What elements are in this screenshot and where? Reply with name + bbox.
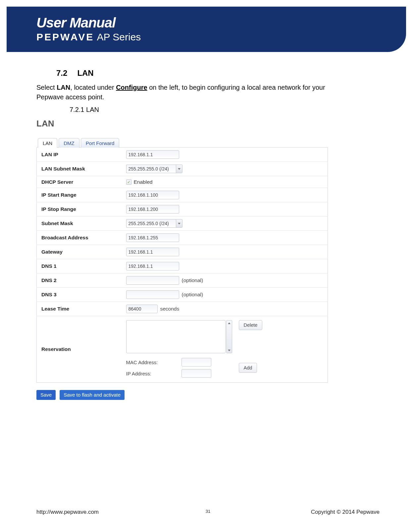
- brand-name: PEPWAVE: [36, 31, 94, 42]
- suffix-optional: (optional): [182, 292, 203, 297]
- section-heading: 7.2LAN: [56, 69, 328, 78]
- input-gateway[interactable]: [126, 248, 179, 256]
- label-dhcp-server: DHCP Server: [37, 176, 123, 188]
- reservation-listbox[interactable]: [126, 320, 226, 353]
- scrollbar[interactable]: [226, 320, 232, 353]
- label-ip-stop-range: IP Stop Range: [37, 202, 123, 217]
- label-ip-start-range: IP Start Range: [37, 188, 123, 202]
- footer-url: http://www.pepwave.com: [36, 509, 99, 515]
- label-lan-ip: LAN IP: [37, 148, 123, 162]
- intro-bold-configure: Configure: [116, 84, 147, 91]
- doc-subtitle: PEPWAVE AP Series: [36, 31, 393, 43]
- reservation-list: [126, 320, 232, 353]
- row-lease-time: Lease Time seconds: [37, 302, 328, 316]
- label-mac-address: MAC Address:: [126, 360, 179, 365]
- label-dns3: DNS 3: [37, 288, 123, 302]
- intro-text: , located under: [70, 84, 116, 91]
- chevron-down-icon[interactable]: [176, 165, 182, 173]
- input-dns2[interactable]: [126, 276, 179, 285]
- row-subnet-mask: Subnet Mask: [37, 217, 328, 231]
- section-number: 7.2: [56, 69, 67, 77]
- input-broadcast[interactable]: [126, 233, 179, 242]
- scroll-up-icon[interactable]: [227, 320, 232, 326]
- footer-copyright: Copyright © 2014 Pepwave: [311, 509, 380, 515]
- row-lan-subnet-mask: LAN Subnet Mask: [37, 162, 328, 176]
- page-number: 31: [206, 509, 210, 514]
- lan-settings-table: LAN IP LAN Subnet Mask DHCP Server ✓ Ena…: [36, 147, 328, 383]
- tab-port-forward[interactable]: Port Forward: [81, 138, 120, 148]
- select-subnet-mask[interactable]: [126, 219, 182, 228]
- row-gateway: Gateway: [37, 245, 328, 259]
- row-dns3: DNS 3 (optional): [37, 288, 328, 302]
- intro-text: Select: [36, 84, 57, 91]
- suffix-seconds: seconds: [160, 306, 180, 312]
- input-ip-address[interactable]: [182, 369, 211, 378]
- input-ip-start-range[interactable]: [126, 191, 179, 199]
- label-reservation: Reservation: [37, 316, 123, 383]
- label-dns2: DNS 2: [37, 273, 123, 288]
- input-lan-ip[interactable]: [126, 150, 179, 159]
- checkbox-dhcp-enabled[interactable]: ✓: [126, 179, 131, 185]
- panel-title: LAN: [36, 119, 328, 129]
- input-dns1[interactable]: [126, 262, 179, 270]
- select-value-lan-subnet[interactable]: [126, 165, 176, 173]
- doc-header-banner: User Manual PEPWAVE AP Series: [0, 7, 406, 52]
- input-ip-stop-range[interactable]: [126, 205, 179, 214]
- input-dns3[interactable]: [126, 290, 179, 299]
- row-ip-start-range: IP Start Range: [37, 188, 328, 202]
- row-dns2: DNS 2 (optional): [37, 273, 328, 288]
- label-ip-address: IP Address:: [126, 371, 179, 376]
- section-title: LAN: [77, 69, 93, 77]
- row-ip-stop-range: IP Stop Range: [37, 202, 328, 217]
- save-button[interactable]: Save: [36, 390, 56, 400]
- label-dns1: DNS 1: [37, 259, 123, 273]
- intro-bold-lan: LAN: [57, 84, 70, 91]
- row-dhcp-server: DHCP Server ✓ Enabled: [37, 176, 328, 188]
- row-lan-ip: LAN IP: [37, 148, 328, 162]
- select-value-subnet[interactable]: [126, 219, 176, 228]
- row-dns1: DNS 1: [37, 259, 328, 273]
- suffix-optional: (optional): [182, 277, 203, 283]
- tab-strip: LAN DMZ Port Forward: [36, 138, 328, 148]
- label-lease-time: Lease Time: [37, 302, 123, 316]
- dhcp-enabled-text: Enabled: [134, 179, 153, 185]
- label-lan-subnet-mask: LAN Subnet Mask: [37, 162, 123, 176]
- section-intro: Select LAN, located under Configure on t…: [36, 83, 328, 102]
- tab-lan[interactable]: LAN: [38, 138, 57, 148]
- input-lease-time[interactable]: [126, 305, 158, 313]
- doc-title: User Manual: [36, 15, 393, 31]
- label-subnet-mask: Subnet Mask: [37, 217, 123, 231]
- page-footer: http://www.pepwave.com 31 Copyright © 20…: [0, 509, 416, 515]
- series-name: AP Series: [97, 31, 141, 42]
- save-flash-activate-button[interactable]: Save to flash and activate: [60, 390, 125, 400]
- tab-dmz[interactable]: DMZ: [59, 138, 79, 148]
- label-gateway: Gateway: [37, 245, 123, 259]
- scroll-down-icon[interactable]: [227, 348, 232, 353]
- add-button[interactable]: Add: [239, 363, 257, 373]
- input-mac-address[interactable]: [182, 358, 211, 366]
- subsection-heading: 7.2.1 LAN: [70, 106, 328, 114]
- row-broadcast: Broadcast Address: [37, 231, 328, 245]
- row-reservation: Reservation Delete MAC Address: IP: [37, 316, 328, 383]
- delete-button[interactable]: Delete: [239, 320, 263, 330]
- chevron-down-icon[interactable]: [176, 219, 182, 228]
- select-lan-subnet-mask[interactable]: [126, 165, 182, 173]
- label-broadcast: Broadcast Address: [37, 231, 123, 245]
